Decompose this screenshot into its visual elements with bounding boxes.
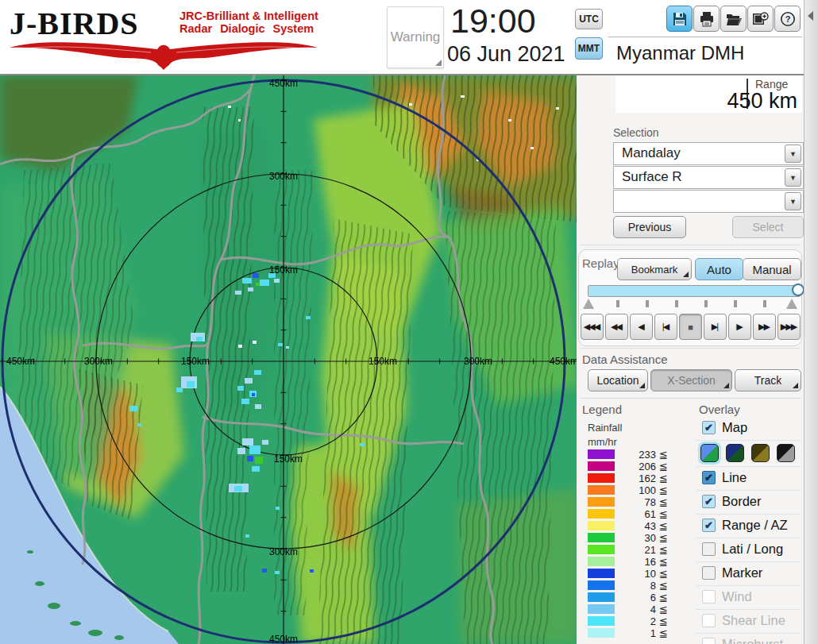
panel-edge-strip[interactable] — [804, 0, 818, 644]
station-dropdown[interactable]: Mandalay ▼ — [613, 142, 804, 165]
lte-symbol: ≦ — [659, 592, 668, 604]
legend-color-swatch — [588, 497, 615, 507]
open-folder-icon — [725, 11, 743, 27]
bookmark-button[interactable]: Bookmark — [617, 258, 692, 280]
overlay-item-border: ✔Border — [696, 490, 801, 514]
stop-button[interactable]: ■ — [679, 314, 702, 340]
warning-button[interactable]: Warning — [387, 6, 444, 68]
product-dropdown[interactable]: Surface R ▼ — [613, 166, 804, 189]
x-section-button[interactable]: X-Section — [650, 369, 732, 391]
legend-row: 8≦ — [588, 580, 681, 592]
utc-button[interactable]: UTC — [575, 9, 603, 29]
timeline-tick — [616, 300, 619, 307]
option-dropdown[interactable]: ▼ — [613, 190, 804, 213]
legend-row: 10≦ — [588, 568, 681, 580]
jump-start-button[interactable]: ◀◀◀ — [581, 314, 604, 340]
radar-echo-cell — [254, 370, 261, 375]
separator — [580, 348, 801, 349]
checkbox[interactable] — [702, 566, 716, 580]
auto-button[interactable]: Auto — [695, 258, 743, 280]
checkbox — [702, 614, 716, 627]
legend-unit-line1: Rainfall — [588, 421, 622, 435]
chevron-down-icon[interactable]: ▼ — [785, 192, 801, 210]
legend-unit: Rainfall mm/hr — [588, 421, 622, 449]
legend-value: 1 — [619, 627, 656, 639]
play-reverse-button[interactable]: ◀ — [630, 314, 653, 340]
fast-forward-button[interactable]: ▶▶ — [753, 314, 776, 340]
overlay-item-label: Lati / Long — [722, 542, 783, 557]
overlay-item-map: ✔Map — [696, 417, 801, 440]
range-ring-label: 450km — [269, 78, 298, 89]
lte-symbol: ≦ — [659, 580, 668, 592]
jbirds-logo: J-BIRDS JRC-Brilliant & Intelligent Rada… — [6, 3, 320, 70]
legend-row: 233≦ — [588, 449, 681, 461]
product-dropdown-value: Surface R — [622, 169, 682, 185]
checkbox[interactable]: ✔ — [702, 519, 716, 532]
select-button[interactable]: Select — [732, 216, 804, 238]
timeline-tick — [646, 300, 649, 307]
fast-rewind-button[interactable]: ◀◀ — [605, 314, 628, 340]
selection-label: Selection — [613, 126, 659, 139]
radar-echo-cell — [245, 378, 253, 384]
step-back-button[interactable]: |◀ — [654, 314, 677, 340]
range-ring-label: 300km — [269, 171, 298, 182]
logo-tagline: JRC-Brilliant & Intelligent Radar Dialog… — [179, 10, 318, 35]
map-style-swatch-2[interactable] — [726, 444, 744, 462]
radar-echo-cell — [360, 443, 365, 446]
radar-echo-cell — [310, 569, 314, 573]
add-image-button[interactable] — [747, 6, 774, 32]
playback-controls: ◀◀◀◀◀◀|◀■▶|▶▶▶▶▶▶ — [581, 314, 801, 340]
radar-echo-cell — [242, 278, 252, 283]
timeline-slider-handle[interactable] — [792, 283, 804, 296]
timeline-tick — [734, 300, 737, 307]
previous-button[interactable]: Previous — [613, 216, 686, 238]
checkbox[interactable]: ✔ — [702, 471, 716, 484]
map-style-swatch-1[interactable] — [700, 444, 719, 462]
chevron-down-icon[interactable]: ▼ — [785, 145, 801, 163]
radar-echo-cell — [187, 381, 195, 388]
legend-value: 16 — [619, 556, 656, 568]
step-forward-button[interactable]: ▶| — [704, 314, 727, 340]
lte-symbol: ≦ — [659, 627, 668, 639]
save-button[interactable] — [666, 6, 693, 32]
legend-color-swatch — [588, 557, 615, 566]
jump-end-button[interactable]: ▶▶▶ — [777, 314, 801, 340]
replay-timeline-slider[interactable] — [588, 285, 801, 297]
lte-symbol: ≦ — [659, 461, 668, 472]
radar-map-view[interactable]: 450km300km150km150km300km450km450km300km… — [0, 75, 578, 644]
help-button[interactable]: ? — [774, 6, 801, 32]
map-style-swatch-3[interactable] — [751, 444, 770, 462]
checkbox[interactable] — [702, 542, 716, 556]
checkbox[interactable]: ✔ — [702, 421, 716, 434]
legend-value: 233 — [619, 449, 656, 461]
lte-symbol: ≦ — [659, 472, 668, 484]
timeline-tick — [675, 300, 678, 307]
mmt-button[interactable]: MMT — [575, 37, 603, 60]
track-button[interactable]: Track — [735, 369, 801, 391]
location-button[interactable]: Location — [588, 369, 648, 391]
legend-row: 61≦ — [588, 508, 681, 520]
play-button[interactable]: ▶ — [728, 314, 751, 340]
print-button[interactable] — [693, 6, 720, 32]
checkbox[interactable]: ✔ — [702, 495, 716, 508]
overlay-title: Overlay — [699, 403, 740, 416]
overlay-item-line: ✔Line — [696, 466, 801, 490]
chevron-down-icon[interactable]: ▼ — [785, 168, 801, 187]
map-style-swatch-4[interactable] — [777, 444, 795, 462]
range-ring-label: 450km — [6, 356, 35, 367]
data-assistance-label: Data Assistance — [582, 353, 668, 366]
open-folder-button[interactable] — [720, 6, 747, 32]
radar-echo-cell — [245, 534, 249, 538]
overlay-item-label: Line — [722, 470, 747, 485]
radar-echo-cell — [255, 404, 261, 409]
terrain-map: 450km300km150km150km300km450km450km300km… — [0, 75, 578, 644]
radar-echo-cell — [253, 273, 259, 278]
radar-echo-cell — [260, 280, 269, 286]
svg-text:?: ? — [785, 14, 790, 24]
collapse-panel-arrow-icon[interactable] — [808, 11, 813, 21]
overlay-item-label: Border — [722, 494, 762, 509]
checkbox — [702, 590, 716, 604]
legend-row: 206≦ — [588, 461, 681, 472]
manual-button[interactable]: Manual — [743, 258, 801, 280]
overlay-item-label: Map — [722, 420, 747, 435]
